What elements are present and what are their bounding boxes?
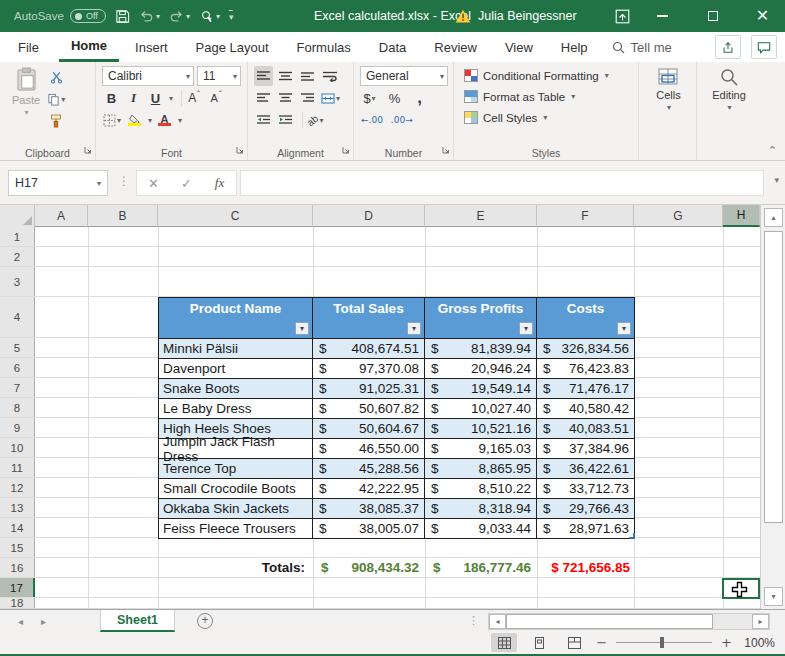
scroll-up-button[interactable]: ▴: [764, 208, 783, 227]
share-button[interactable]: [715, 35, 741, 59]
minimize-button[interactable]: [640, 0, 685, 32]
grid-row[interactable]: 1: [0, 227, 760, 247]
row-header-12[interactable]: 12: [0, 478, 35, 497]
sheet-grid[interactable]: 1 2 3 4 5 6 7 8 9 10 11 12 13 14 15 16 1…: [0, 227, 760, 609]
cell-costs[interactable]: $40,580.42: [537, 399, 634, 418]
collapse-ribbon-button[interactable]: ⌃: [768, 144, 777, 157]
close-button[interactable]: ✕: [740, 0, 785, 32]
cell-gross-profits[interactable]: $81,839.94: [425, 339, 537, 358]
orientation-button[interactable]: ab▾: [306, 110, 325, 130]
font-dialog-launcher[interactable]: [236, 140, 244, 158]
cell-gross-profits[interactable]: $19,549.14: [425, 379, 537, 398]
row-header-3[interactable]: 3: [0, 267, 35, 296]
zoom-in-button[interactable]: +: [721, 635, 732, 650]
sheet-nav-left-icon[interactable]: ◂: [18, 616, 23, 627]
scroll-down-button[interactable]: ▾: [764, 587, 783, 606]
cell-total-sales[interactable]: $38,085.37: [313, 499, 425, 518]
new-sheet-button[interactable]: +: [197, 613, 213, 629]
row-header-7[interactable]: 7: [0, 378, 35, 397]
accounting-format-button[interactable]: $▾: [360, 88, 379, 108]
row-header-2[interactable]: 2: [0, 247, 35, 266]
filter-button-costs[interactable]: ▾: [617, 322, 631, 335]
copy-button[interactable]: ▾: [46, 89, 66, 109]
row-header-16[interactable]: 16: [0, 558, 35, 577]
shrink-font-button[interactable]: Aˇ: [207, 88, 226, 108]
merge-center-button[interactable]: ▾: [320, 88, 341, 108]
table-row[interactable]: Minnki Pälsii $408,674.51 $81,839.94 $32…: [159, 338, 634, 358]
filter-button-total-sales[interactable]: ▾: [407, 322, 421, 335]
cell-total-sales[interactable]: $45,288.56: [313, 459, 425, 478]
insert-function-button[interactable]: fx: [203, 175, 236, 191]
cell-total-sales[interactable]: $97,370.08: [313, 359, 425, 378]
totals-gross-profits[interactable]: $186,777.46: [425, 558, 537, 578]
cell-product-name[interactable]: Snake Boots: [159, 379, 313, 398]
row-header-18[interactable]: 18: [0, 598, 35, 608]
vertical-scrollbar[interactable]: ▴ ▾: [760, 205, 785, 609]
percent-style-button[interactable]: %: [385, 88, 404, 108]
grow-font-button[interactable]: Aˆ: [185, 88, 204, 108]
table-resize-handle[interactable]: [629, 533, 635, 539]
cell-costs[interactable]: $36,422.61: [537, 459, 634, 478]
tab-scroll-splitter[interactable]: ⋮: [468, 614, 479, 627]
cell-gross-profits[interactable]: $20,946.24: [425, 359, 537, 378]
row-header-15[interactable]: 15: [0, 538, 35, 557]
tab-view[interactable]: View: [493, 32, 545, 62]
totals-label[interactable]: Totals:: [158, 558, 313, 578]
cell-styles-button[interactable]: Cell Styles ▾: [464, 107, 634, 128]
cell-gross-profits[interactable]: $10,521.16: [425, 419, 537, 438]
cell-gross-profits[interactable]: $8,865.95: [425, 459, 537, 478]
horizontal-scrollbar[interactable]: ◂ ▸: [488, 613, 770, 630]
row-header-10[interactable]: 10: [0, 438, 35, 457]
conditional-formatting-button[interactable]: Conditional Formatting ▾: [464, 65, 634, 86]
fill-color-button[interactable]: [125, 110, 144, 130]
table-row[interactable]: Small Crocodile Boots $42,222.95 $8,510.…: [159, 478, 634, 498]
row-header-13[interactable]: 13: [0, 498, 35, 517]
page-break-preview-button[interactable]: [561, 633, 587, 652]
cell-gross-profits[interactable]: $8,318.94: [425, 499, 537, 518]
cell-product-name[interactable]: Feiss Fleece Trousers: [159, 519, 313, 538]
zoom-slider-thumb[interactable]: [660, 637, 664, 648]
font-size-select[interactable]: 11 ▾: [197, 66, 241, 86]
underline-button[interactable]: U: [146, 88, 165, 108]
fill-color-dropdown-icon[interactable]: ▾: [148, 116, 152, 125]
tab-help[interactable]: Help: [549, 32, 600, 62]
cell-costs[interactable]: $29,766.43: [537, 499, 634, 518]
cell-product-name[interactable]: Le Baby Dress: [159, 399, 313, 418]
row-header-8[interactable]: 8: [0, 398, 35, 417]
row-header-11[interactable]: 11: [0, 458, 35, 477]
autosave-toggle[interactable]: AutoSave Off: [14, 9, 106, 23]
column-header-b[interactable]: B: [88, 205, 158, 227]
tab-formulas[interactable]: Formulas: [285, 32, 363, 62]
column-header-d[interactable]: D: [313, 205, 425, 227]
cell-product-name[interactable]: Terence Top: [159, 459, 313, 478]
filter-button-gross-profits[interactable]: ▾: [519, 322, 533, 335]
clipboard-dialog-launcher[interactable]: [84, 140, 92, 158]
name-box[interactable]: H17 ▾: [8, 170, 108, 196]
cell-total-sales[interactable]: $46,550.00: [313, 439, 425, 458]
increase-decimal-button[interactable]: ←.00: [360, 110, 384, 130]
cell-gross-profits[interactable]: $9,165.03: [425, 439, 537, 458]
cell-total-sales[interactable]: $50,607.82: [313, 399, 425, 418]
align-bottom-button[interactable]: [298, 66, 317, 86]
enter-button[interactable]: ✓: [170, 176, 203, 191]
row-header-5[interactable]: 5: [0, 338, 35, 357]
cell-costs[interactable]: $33,712.73: [537, 479, 634, 498]
horizontal-scroll-thumb[interactable]: [506, 614, 713, 629]
vertical-scroll-thumb[interactable]: [764, 231, 783, 523]
grid-row[interactable]: 2: [0, 247, 760, 267]
cell-costs[interactable]: $76,423.83: [537, 359, 634, 378]
column-header-g[interactable]: G: [634, 205, 723, 227]
align-middle-button[interactable]: [276, 66, 295, 86]
row-header-6[interactable]: 6: [0, 358, 35, 377]
format-as-table-button[interactable]: Format as Table ▾: [464, 86, 634, 107]
table-header-total-sales[interactable]: Total Sales▾: [313, 298, 425, 338]
font-color-dropdown-icon[interactable]: ▾: [178, 116, 182, 125]
italic-button[interactable]: I: [124, 88, 143, 108]
select-all-corner[interactable]: [0, 205, 35, 227]
cell-product-name[interactable]: Jumpin Jack Flash Dress: [159, 439, 313, 458]
tab-home[interactable]: Home: [59, 32, 119, 62]
redo-button[interactable]: ▾: [169, 10, 190, 23]
row-header-14[interactable]: 14: [0, 518, 35, 537]
decrease-decimal-button[interactable]: .00→: [390, 110, 414, 130]
totals-costs[interactable]: $ 721,656.85: [537, 558, 634, 578]
